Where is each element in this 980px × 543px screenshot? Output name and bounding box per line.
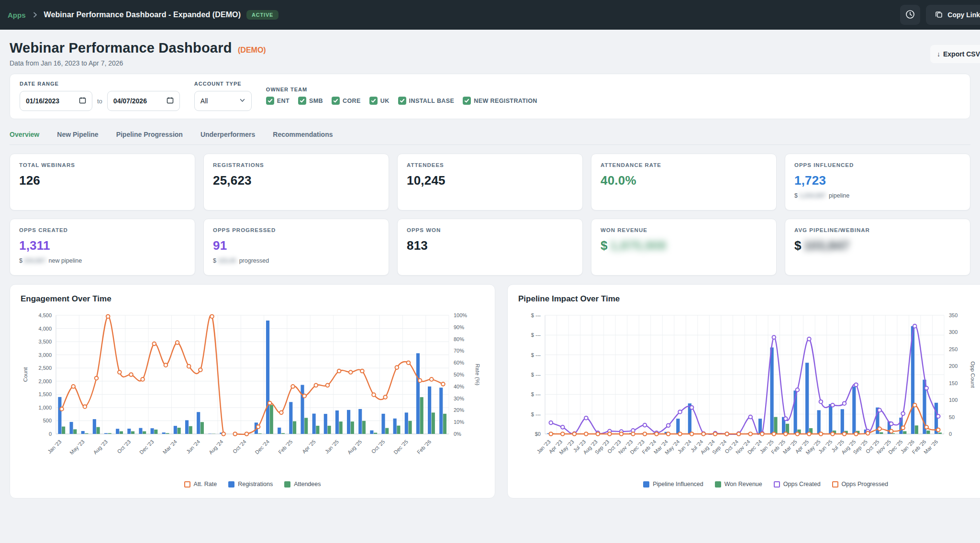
svg-text:Dec '25: Dec '25: [392, 439, 409, 455]
legend-swatch: [228, 481, 234, 488]
svg-text:200: 200: [949, 363, 958, 369]
svg-text:Opp Count: Opp Count: [970, 361, 976, 388]
redacted-subvalue: 123,45: [218, 257, 236, 264]
svg-text:May '23: May '23: [68, 439, 85, 455]
legend-item-att-rate[interactable]: Att. Rate: [184, 481, 217, 488]
clock-icon: [905, 10, 915, 21]
svg-text:10%: 10%: [454, 419, 464, 425]
tab-pipeline-progression[interactable]: Pipeline Progression: [116, 131, 183, 138]
tab-recommendations[interactable]: Recommendations: [273, 131, 333, 138]
legend-label: Att. Rate: [194, 481, 217, 488]
svg-text:20%: 20%: [454, 407, 464, 413]
kpi-value: 40.0%: [601, 173, 767, 188]
pipeline-chart-card: Pipeline Impact Over Time $0$ ---$ ---$ …: [507, 284, 980, 499]
end-date-input[interactable]: 04/07/2026: [107, 91, 180, 111]
redacted-value: 103,847: [804, 238, 849, 253]
svg-text:0%: 0%: [454, 431, 461, 437]
legend-swatch: [774, 481, 780, 488]
svg-text:Feb '26: Feb '26: [416, 439, 432, 455]
owner-team-checkbox-install-base[interactable]: INSTALL BASE: [398, 97, 455, 105]
date-range-label: DATE RANGE: [20, 81, 180, 87]
breadcrumb: Apps Webinar Performance Dashboard - Exp…: [8, 10, 278, 20]
kpi-card-attendance-rate: ATTENDANCE RATE40.0%: [591, 154, 777, 211]
copy-link-button[interactable]: Copy Link: [926, 5, 980, 25]
breadcrumb-apps-link[interactable]: Apps: [8, 11, 26, 19]
kpi-grid: TOTAL WEBINARS126REGISTRATIONS25,623ATTE…: [10, 154, 970, 276]
checkmark-icon: [398, 97, 406, 105]
svg-text:0: 0: [49, 431, 52, 437]
kpi-card-registrations: REGISTRATIONS25,623: [203, 154, 389, 211]
checkmark-icon: [369, 97, 378, 105]
legend-item-attendees[interactable]: Attendees: [284, 481, 321, 488]
owner-team-checkbox-ent[interactable]: ENT: [266, 97, 290, 105]
svg-text:Oct '24: Oct '24: [232, 439, 247, 454]
legend-item-won-revenue[interactable]: Won Revenue: [715, 481, 762, 488]
engagement-chart: 05001,0001,5002,0002,5003,0003,5004,0004…: [21, 308, 484, 480]
export-csv-label: Export CSV: [943, 50, 980, 58]
history-button[interactable]: [900, 5, 920, 25]
pipeline-chart-legend: Pipeline InfluencedWon RevenueOpps Creat…: [518, 481, 980, 488]
legend-item-opps-created[interactable]: Opps Created: [774, 481, 821, 488]
svg-text:$ ---: $ ---: [531, 332, 541, 338]
engagement-chart-title: Engagement Over Time: [21, 294, 484, 304]
svg-text:90%: 90%: [454, 324, 464, 330]
legend-item-registrations[interactable]: Registrations: [228, 481, 273, 488]
checkmark-icon: [298, 97, 306, 105]
tab-underperformers[interactable]: Underperformers: [200, 131, 255, 138]
owner-team-checkbox-core[interactable]: CORE: [332, 97, 361, 105]
tab-overview[interactable]: Overview: [10, 131, 39, 138]
svg-text:3,000: 3,000: [38, 352, 52, 358]
svg-text:Count: Count: [22, 367, 28, 382]
date-range-group: DATE RANGE 01/16/2023 to 04/07/2026: [20, 81, 180, 111]
legend-swatch: [284, 481, 290, 488]
checkmark-icon: [463, 97, 471, 105]
svg-text:500: 500: [43, 418, 52, 423]
kpi-card-won-revenue: WON REVENUE$1,875,908: [591, 219, 777, 276]
legend-label: Registrations: [238, 481, 273, 488]
svg-text:3,500: 3,500: [38, 339, 52, 344]
kpi-card-opps-won: OPPS WON813: [397, 219, 583, 276]
chevron-right-icon: [32, 11, 38, 18]
legend-item-opps-progressed[interactable]: Opps Progressed: [832, 481, 888, 488]
kpi-label: OPPS PROGRESSED: [213, 227, 379, 233]
kpi-label: AVG PIPELINE/WEBINAR: [794, 227, 961, 233]
export-csv-button[interactable]: ↓ Export CSV: [930, 45, 980, 63]
svg-text:$ ---: $ ---: [531, 411, 541, 417]
svg-text:$ ---: $ ---: [531, 372, 541, 377]
svg-text:1,000: 1,000: [38, 405, 52, 410]
legend-label: Attendees: [294, 481, 321, 488]
kpi-subtext: $234,567 new pipeline: [19, 257, 186, 264]
chevron-down-icon: [239, 97, 245, 105]
kpi-label: ATTENDEES: [407, 162, 573, 168]
pipeline-chart: $0$ ---$ ---$ ---$ ---$ ---$ ---05010015…: [518, 308, 980, 480]
owner-team-option-label: INSTALL BASE: [409, 98, 455, 104]
owner-team-option-label: NEW REGISTRATION: [474, 98, 537, 104]
owner-team-checkbox-smb[interactable]: SMB: [298, 97, 323, 105]
legend-label: Pipeline Influenced: [653, 481, 703, 488]
download-arrow-icon: ↓: [937, 50, 940, 58]
start-date-input[interactable]: 01/16/2023: [20, 91, 92, 111]
owner-team-checkbox-new-registration[interactable]: NEW REGISTRATION: [463, 97, 537, 105]
kpi-value: 126: [19, 173, 186, 188]
demo-tag: (DEMO): [238, 46, 266, 54]
svg-text:50%: 50%: [454, 372, 464, 377]
owner-team-checkbox-uk[interactable]: UK: [369, 97, 390, 105]
kpi-value: 1,723: [794, 173, 961, 188]
kpi-label: OPPS INFLUENCED: [794, 162, 961, 168]
pipeline-chart-title: Pipeline Impact Over Time: [518, 294, 980, 304]
svg-text:Aug '23: Aug '23: [92, 439, 109, 455]
checkmark-icon: [332, 97, 340, 105]
engagement-chart-svg: 05001,0001,5002,0002,5003,0003,5004,0004…: [21, 308, 485, 478]
tab-bar: OverviewNew PipelinePipeline Progression…: [10, 131, 970, 145]
tab-new-pipeline[interactable]: New Pipeline: [57, 131, 98, 138]
kpi-value: $1,875,908: [601, 238, 767, 253]
svg-text:Oct '25: Oct '25: [370, 439, 386, 454]
topbar-actions: Copy Link: [900, 5, 980, 25]
legend-item-pipeline-influenced[interactable]: Pipeline Influenced: [643, 481, 703, 488]
account-type-select[interactable]: All: [194, 91, 252, 111]
kpi-label: OPPS CREATED: [19, 227, 186, 233]
svg-text:70%: 70%: [454, 348, 464, 354]
svg-text:2,000: 2,000: [38, 378, 52, 384]
svg-text:150: 150: [949, 380, 958, 386]
kpi-value: $103,847: [794, 238, 961, 253]
